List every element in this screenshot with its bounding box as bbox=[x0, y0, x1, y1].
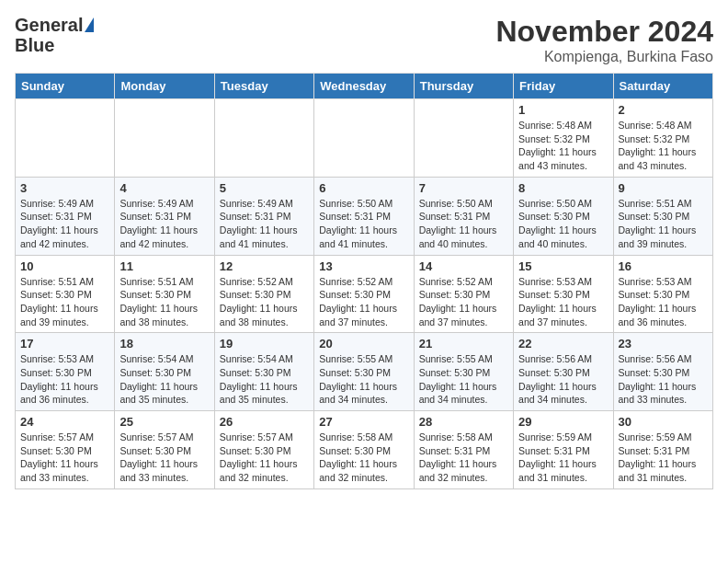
logo-triangle-icon bbox=[85, 17, 94, 32]
table-row: 22Sunrise: 5:56 AMSunset: 5:30 PMDayligh… bbox=[514, 333, 613, 411]
table-row: 2Sunrise: 5:48 AMSunset: 5:32 PMDaylight… bbox=[613, 99, 712, 178]
col-saturday: Saturday bbox=[613, 74, 712, 99]
calendar-body: 1Sunrise: 5:48 AMSunset: 5:32 PMDaylight… bbox=[16, 99, 713, 489]
day-info: Sunrise: 5:53 AMSunset: 5:30 PMDaylight:… bbox=[20, 352, 109, 407]
day-info: Sunrise: 5:48 AMSunset: 5:32 PMDaylight:… bbox=[518, 119, 608, 173]
table-row bbox=[115, 99, 214, 178]
table-row: 26Sunrise: 5:57 AMSunset: 5:30 PMDayligh… bbox=[214, 411, 313, 489]
title-block: November 2024 Kompienga, Burkina Faso bbox=[495, 15, 713, 65]
day-number: 15 bbox=[518, 259, 608, 273]
day-number: 30 bbox=[619, 415, 708, 429]
day-info: Sunrise: 5:59 AMSunset: 5:31 PMDaylight:… bbox=[619, 431, 708, 485]
calendar-header: Sunday Monday Tuesday Wednesday Thursday… bbox=[16, 74, 713, 99]
table-row: 8Sunrise: 5:50 AMSunset: 5:30 PMDaylight… bbox=[514, 177, 613, 255]
day-number: 5 bbox=[220, 181, 309, 195]
table-row: 18Sunrise: 5:54 AMSunset: 5:30 PMDayligh… bbox=[115, 333, 214, 411]
day-info: Sunrise: 5:57 AMSunset: 5:30 PMDaylight:… bbox=[220, 431, 309, 485]
table-row: 28Sunrise: 5:58 AMSunset: 5:31 PMDayligh… bbox=[414, 411, 513, 489]
table-row: 17Sunrise: 5:53 AMSunset: 5:30 PMDayligh… bbox=[16, 333, 115, 411]
calendar-header-row: Sunday Monday Tuesday Wednesday Thursday… bbox=[16, 74, 713, 99]
day-info: Sunrise: 5:51 AMSunset: 5:30 PMDaylight:… bbox=[119, 275, 209, 329]
day-number: 26 bbox=[220, 415, 309, 429]
day-info: Sunrise: 5:58 AMSunset: 5:30 PMDaylight:… bbox=[319, 431, 408, 485]
calendar-week-row: 24Sunrise: 5:57 AMSunset: 5:30 PMDayligh… bbox=[16, 411, 713, 489]
day-info: Sunrise: 5:55 AMSunset: 5:30 PMDaylight:… bbox=[419, 352, 508, 407]
table-row: 23Sunrise: 5:56 AMSunset: 5:30 PMDayligh… bbox=[613, 333, 712, 411]
day-info: Sunrise: 5:59 AMSunset: 5:31 PMDaylight:… bbox=[518, 431, 608, 485]
page-subtitle: Kompienga, Burkina Faso bbox=[495, 49, 713, 65]
day-info: Sunrise: 5:51 AMSunset: 5:30 PMDaylight:… bbox=[619, 197, 708, 251]
day-number: 9 bbox=[619, 181, 708, 195]
day-number: 22 bbox=[518, 337, 608, 350]
day-number: 7 bbox=[419, 181, 508, 195]
col-tuesday: Tuesday bbox=[214, 74, 313, 99]
day-number: 6 bbox=[319, 181, 408, 195]
logo-text-blue: Blue bbox=[15, 35, 54, 55]
table-row: 25Sunrise: 5:57 AMSunset: 5:30 PMDayligh… bbox=[115, 411, 214, 489]
day-number: 3 bbox=[20, 181, 109, 195]
day-info: Sunrise: 5:52 AMSunset: 5:30 PMDaylight:… bbox=[319, 275, 408, 329]
day-info: Sunrise: 5:49 AMSunset: 5:31 PMDaylight:… bbox=[20, 197, 109, 251]
day-info: Sunrise: 5:53 AMSunset: 5:30 PMDaylight:… bbox=[619, 275, 708, 329]
day-number: 11 bbox=[119, 259, 209, 273]
day-info: Sunrise: 5:52 AMSunset: 5:30 PMDaylight:… bbox=[419, 275, 508, 329]
day-info: Sunrise: 5:50 AMSunset: 5:30 PMDaylight:… bbox=[518, 197, 608, 251]
col-friday: Friday bbox=[514, 74, 613, 99]
day-number: 14 bbox=[419, 259, 508, 273]
table-row bbox=[314, 99, 414, 178]
table-row: 21Sunrise: 5:55 AMSunset: 5:30 PMDayligh… bbox=[414, 333, 513, 411]
table-row: 29Sunrise: 5:59 AMSunset: 5:31 PMDayligh… bbox=[514, 411, 613, 489]
day-number: 27 bbox=[319, 415, 408, 429]
day-number: 8 bbox=[518, 181, 608, 195]
day-number: 23 bbox=[619, 337, 708, 350]
calendar-week-row: 10Sunrise: 5:51 AMSunset: 5:30 PMDayligh… bbox=[16, 255, 713, 333]
day-number: 13 bbox=[319, 259, 408, 273]
table-row: 3Sunrise: 5:49 AMSunset: 5:31 PMDaylight… bbox=[16, 177, 115, 255]
day-info: Sunrise: 5:50 AMSunset: 5:31 PMDaylight:… bbox=[419, 197, 508, 251]
day-info: Sunrise: 5:49 AMSunset: 5:31 PMDaylight:… bbox=[220, 197, 309, 251]
col-sunday: Sunday bbox=[16, 74, 115, 99]
table-row: 1Sunrise: 5:48 AMSunset: 5:32 PMDaylight… bbox=[514, 99, 613, 178]
table-row: 16Sunrise: 5:53 AMSunset: 5:30 PMDayligh… bbox=[613, 255, 712, 333]
day-number: 12 bbox=[220, 259, 309, 273]
day-info: Sunrise: 5:56 AMSunset: 5:30 PMDaylight:… bbox=[619, 352, 708, 407]
table-row: 19Sunrise: 5:54 AMSunset: 5:30 PMDayligh… bbox=[214, 333, 313, 411]
col-monday: Monday bbox=[115, 74, 214, 99]
calendar-week-row: 17Sunrise: 5:53 AMSunset: 5:30 PMDayligh… bbox=[16, 333, 713, 411]
calendar-table: Sunday Monday Tuesday Wednesday Thursday… bbox=[15, 73, 713, 489]
table-row: 6Sunrise: 5:50 AMSunset: 5:31 PMDaylight… bbox=[314, 177, 414, 255]
day-number: 20 bbox=[319, 337, 408, 350]
day-number: 10 bbox=[20, 259, 109, 273]
table-row bbox=[16, 99, 115, 178]
day-info: Sunrise: 5:58 AMSunset: 5:31 PMDaylight:… bbox=[419, 431, 508, 485]
table-row: 24Sunrise: 5:57 AMSunset: 5:30 PMDayligh… bbox=[16, 411, 115, 489]
day-number: 2 bbox=[619, 103, 708, 117]
day-info: Sunrise: 5:48 AMSunset: 5:32 PMDaylight:… bbox=[619, 119, 708, 173]
col-thursday: Thursday bbox=[414, 74, 513, 99]
table-row: 15Sunrise: 5:53 AMSunset: 5:30 PMDayligh… bbox=[514, 255, 613, 333]
day-info: Sunrise: 5:49 AMSunset: 5:31 PMDaylight:… bbox=[119, 197, 209, 251]
calendar-week-row: 3Sunrise: 5:49 AMSunset: 5:31 PMDaylight… bbox=[16, 177, 713, 255]
day-number: 29 bbox=[518, 415, 608, 429]
table-row: 20Sunrise: 5:55 AMSunset: 5:30 PMDayligh… bbox=[314, 333, 414, 411]
logo: General Blue bbox=[15, 15, 94, 55]
table-row: 30Sunrise: 5:59 AMSunset: 5:31 PMDayligh… bbox=[613, 411, 712, 489]
day-number: 19 bbox=[220, 337, 309, 350]
table-row: 4Sunrise: 5:49 AMSunset: 5:31 PMDaylight… bbox=[115, 177, 214, 255]
day-number: 17 bbox=[20, 337, 109, 350]
table-row: 9Sunrise: 5:51 AMSunset: 5:30 PMDaylight… bbox=[613, 177, 712, 255]
day-info: Sunrise: 5:54 AMSunset: 5:30 PMDaylight:… bbox=[220, 352, 309, 407]
day-info: Sunrise: 5:56 AMSunset: 5:30 PMDaylight:… bbox=[518, 352, 608, 407]
day-number: 16 bbox=[619, 259, 708, 273]
day-info: Sunrise: 5:50 AMSunset: 5:31 PMDaylight:… bbox=[319, 197, 408, 251]
table-row bbox=[214, 99, 313, 178]
day-number: 25 bbox=[119, 415, 209, 429]
table-row bbox=[414, 99, 513, 178]
page-header: General Blue November 2024 Kompienga, Bu… bbox=[15, 15, 713, 65]
day-number: 1 bbox=[518, 103, 608, 117]
calendar-week-row: 1Sunrise: 5:48 AMSunset: 5:32 PMDaylight… bbox=[16, 99, 713, 178]
page-title: November 2024 bbox=[495, 15, 713, 49]
table-row: 7Sunrise: 5:50 AMSunset: 5:31 PMDaylight… bbox=[414, 177, 513, 255]
table-row: 12Sunrise: 5:52 AMSunset: 5:30 PMDayligh… bbox=[214, 255, 313, 333]
table-row: 5Sunrise: 5:49 AMSunset: 5:31 PMDaylight… bbox=[214, 177, 313, 255]
